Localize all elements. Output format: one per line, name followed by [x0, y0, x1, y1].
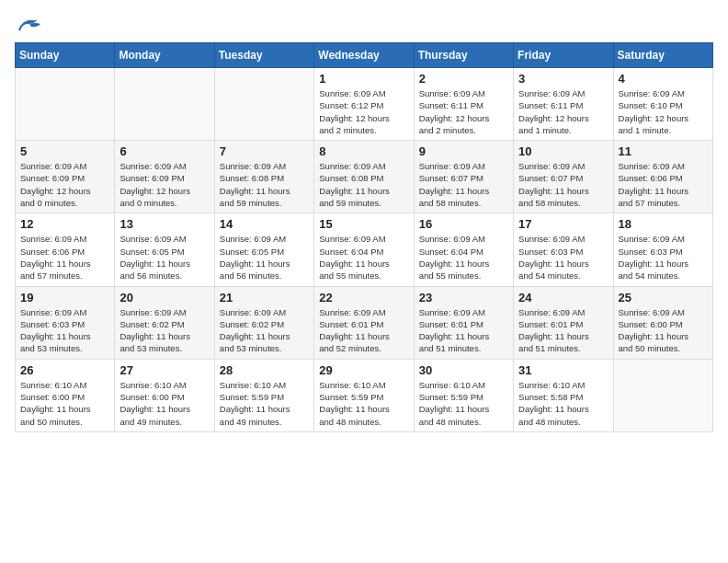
day-detail: Sunrise: 6:09 AM Sunset: 6:00 PM Dayligh…	[619, 306, 708, 355]
day-cell-11: 11Sunrise: 6:09 AM Sunset: 6:06 PM Dayli…	[613, 141, 712, 213]
weekday-header-wednesday: Wednesday	[314, 43, 414, 68]
day-detail: Sunrise: 6:09 AM Sunset: 6:05 PM Dayligh…	[220, 233, 309, 282]
day-detail: Sunrise: 6:10 AM Sunset: 5:59 PM Dayligh…	[419, 379, 508, 428]
day-number: 29	[319, 363, 408, 377]
day-cell-26: 26Sunrise: 6:10 AM Sunset: 6:00 PM Dayli…	[16, 359, 115, 431]
weekday-header-sunday: Sunday	[16, 43, 115, 68]
empty-cell	[115, 68, 214, 141]
week-row-1: 1Sunrise: 6:09 AM Sunset: 6:12 PM Daylig…	[16, 68, 713, 141]
day-detail: Sunrise: 6:09 AM Sunset: 6:06 PM Dayligh…	[20, 233, 109, 282]
empty-cell	[214, 68, 313, 141]
day-detail: Sunrise: 6:09 AM Sunset: 6:07 PM Dayligh…	[518, 160, 608, 209]
day-detail: Sunrise: 6:09 AM Sunset: 6:09 PM Dayligh…	[20, 160, 109, 209]
day-detail: Sunrise: 6:09 AM Sunset: 6:02 PM Dayligh…	[220, 306, 309, 355]
day-cell-14: 14Sunrise: 6:09 AM Sunset: 6:05 PM Dayli…	[214, 213, 313, 286]
day-cell-7: 7Sunrise: 6:09 AM Sunset: 6:08 PM Daylig…	[214, 141, 313, 213]
empty-cell	[16, 68, 115, 141]
day-cell-9: 9Sunrise: 6:09 AM Sunset: 6:07 PM Daylig…	[414, 141, 513, 213]
day-cell-21: 21Sunrise: 6:09 AM Sunset: 6:02 PM Dayli…	[214, 286, 313, 359]
page-header	[15, 15, 713, 35]
day-detail: Sunrise: 6:09 AM Sunset: 6:06 PM Dayligh…	[619, 160, 708, 209]
day-detail: Sunrise: 6:10 AM Sunset: 6:00 PM Dayligh…	[119, 379, 209, 428]
day-cell-24: 24Sunrise: 6:09 AM Sunset: 6:01 PM Dayli…	[514, 286, 613, 359]
day-detail: Sunrise: 6:09 AM Sunset: 6:01 PM Dayligh…	[319, 306, 408, 355]
day-detail: Sunrise: 6:10 AM Sunset: 6:00 PM Dayligh…	[20, 379, 109, 428]
day-cell-1: 1Sunrise: 6:09 AM Sunset: 6:12 PM Daylig…	[314, 68, 414, 141]
day-number: 21	[220, 291, 309, 304]
day-detail: Sunrise: 6:09 AM Sunset: 6:01 PM Dayligh…	[518, 306, 608, 355]
day-number: 18	[619, 217, 708, 231]
weekday-header-row: SundayMondayTuesdayWednesdayThursdayFrid…	[16, 43, 713, 68]
day-cell-31: 31Sunrise: 6:10 AM Sunset: 5:58 PM Dayli…	[514, 359, 613, 431]
day-detail: Sunrise: 6:10 AM Sunset: 5:59 PM Dayligh…	[220, 379, 309, 428]
day-cell-17: 17Sunrise: 6:09 AM Sunset: 6:03 PM Dayli…	[514, 213, 613, 286]
weekday-header-saturday: Saturday	[613, 43, 712, 68]
day-detail: Sunrise: 6:09 AM Sunset: 6:12 PM Dayligh…	[319, 87, 408, 136]
day-cell-20: 20Sunrise: 6:09 AM Sunset: 6:02 PM Dayli…	[115, 286, 214, 359]
day-number: 1	[319, 72, 408, 86]
day-number: 15	[319, 217, 408, 231]
day-detail: Sunrise: 6:09 AM Sunset: 6:10 PM Dayligh…	[619, 87, 708, 136]
day-number: 27	[119, 363, 209, 377]
day-cell-3: 3Sunrise: 6:09 AM Sunset: 6:11 PM Daylig…	[514, 68, 613, 141]
day-cell-2: 2Sunrise: 6:09 AM Sunset: 6:11 PM Daylig…	[414, 68, 513, 141]
day-cell-30: 30Sunrise: 6:10 AM Sunset: 5:59 PM Dayli…	[414, 359, 513, 431]
day-detail: Sunrise: 6:09 AM Sunset: 6:11 PM Dayligh…	[518, 87, 608, 136]
day-number: 3	[518, 72, 608, 86]
day-number: 4	[619, 72, 708, 86]
day-number: 7	[220, 144, 309, 158]
day-number: 5	[20, 144, 109, 158]
day-number: 31	[518, 363, 608, 377]
day-detail: Sunrise: 6:09 AM Sunset: 6:04 PM Dayligh…	[319, 233, 408, 282]
calendar-table: SundayMondayTuesdayWednesdayThursdayFrid…	[15, 42, 713, 432]
day-number: 16	[419, 217, 508, 231]
day-detail: Sunrise: 6:09 AM Sunset: 6:03 PM Dayligh…	[619, 233, 708, 282]
day-cell-15: 15Sunrise: 6:09 AM Sunset: 6:04 PM Dayli…	[314, 213, 414, 286]
day-cell-19: 19Sunrise: 6:09 AM Sunset: 6:03 PM Dayli…	[16, 286, 115, 359]
day-cell-27: 27Sunrise: 6:10 AM Sunset: 6:00 PM Dayli…	[115, 359, 214, 431]
day-number: 26	[20, 363, 109, 377]
day-number: 9	[419, 144, 508, 158]
weekday-header-thursday: Thursday	[414, 43, 513, 68]
week-row-2: 5Sunrise: 6:09 AM Sunset: 6:09 PM Daylig…	[16, 141, 713, 213]
day-detail: Sunrise: 6:10 AM Sunset: 5:58 PM Dayligh…	[518, 379, 608, 428]
weekday-header-monday: Monday	[115, 43, 214, 68]
weekday-header-friday: Friday	[514, 43, 613, 68]
day-cell-23: 23Sunrise: 6:09 AM Sunset: 6:01 PM Dayli…	[414, 286, 513, 359]
day-cell-29: 29Sunrise: 6:10 AM Sunset: 5:59 PM Dayli…	[314, 359, 414, 431]
day-number: 2	[419, 72, 508, 86]
day-cell-5: 5Sunrise: 6:09 AM Sunset: 6:09 PM Daylig…	[16, 141, 115, 213]
day-detail: Sunrise: 6:09 AM Sunset: 6:05 PM Dayligh…	[119, 233, 209, 282]
day-cell-6: 6Sunrise: 6:09 AM Sunset: 6:09 PM Daylig…	[115, 141, 214, 213]
day-number: 24	[518, 291, 608, 304]
day-number: 23	[419, 291, 508, 304]
day-number: 14	[220, 217, 309, 231]
day-number: 19	[20, 291, 109, 304]
day-detail: Sunrise: 6:09 AM Sunset: 6:07 PM Dayligh…	[419, 160, 508, 209]
day-number: 12	[20, 217, 109, 231]
day-detail: Sunrise: 6:09 AM Sunset: 6:09 PM Dayligh…	[119, 160, 209, 209]
logo-bird-icon	[15, 15, 40, 35]
day-detail: Sunrise: 6:09 AM Sunset: 6:03 PM Dayligh…	[518, 233, 608, 282]
day-cell-13: 13Sunrise: 6:09 AM Sunset: 6:05 PM Dayli…	[115, 213, 214, 286]
day-cell-16: 16Sunrise: 6:09 AM Sunset: 6:04 PM Dayli…	[414, 213, 513, 286]
weekday-header-tuesday: Tuesday	[214, 43, 313, 68]
empty-cell	[613, 359, 712, 431]
day-number: 17	[518, 217, 608, 231]
day-number: 28	[220, 363, 309, 377]
logo	[15, 15, 44, 35]
day-cell-4: 4Sunrise: 6:09 AM Sunset: 6:10 PM Daylig…	[613, 68, 712, 141]
day-cell-22: 22Sunrise: 6:09 AM Sunset: 6:01 PM Dayli…	[314, 286, 414, 359]
week-row-5: 26Sunrise: 6:10 AM Sunset: 6:00 PM Dayli…	[16, 359, 713, 431]
day-cell-18: 18Sunrise: 6:09 AM Sunset: 6:03 PM Dayli…	[613, 213, 712, 286]
day-number: 25	[619, 291, 708, 304]
day-number: 22	[319, 291, 408, 304]
day-cell-10: 10Sunrise: 6:09 AM Sunset: 6:07 PM Dayli…	[514, 141, 613, 213]
day-number: 13	[119, 217, 209, 231]
day-number: 30	[419, 363, 508, 377]
day-number: 6	[119, 144, 209, 158]
day-detail: Sunrise: 6:10 AM Sunset: 5:59 PM Dayligh…	[319, 379, 408, 428]
day-detail: Sunrise: 6:09 AM Sunset: 6:08 PM Dayligh…	[220, 160, 309, 209]
day-cell-28: 28Sunrise: 6:10 AM Sunset: 5:59 PM Dayli…	[214, 359, 313, 431]
day-number: 8	[319, 144, 408, 158]
